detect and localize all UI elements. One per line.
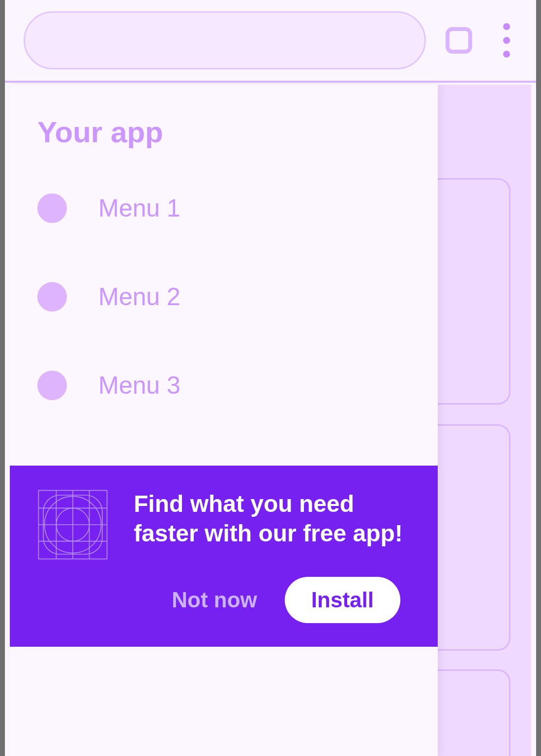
menu-item-1[interactable]: Menu 1 [37, 193, 438, 223]
install-promo-banner: Find what you need faster with our free … [10, 466, 438, 647]
menu-label: Menu 3 [98, 371, 180, 400]
install-button[interactable]: Install [285, 577, 400, 623]
menu-item-3[interactable]: Menu 3 [37, 371, 438, 400]
menu-item-2[interactable]: Menu 2 [37, 282, 438, 312]
promo-text: Find what you need faster with our free … [134, 489, 412, 548]
app-blueprint-icon [37, 489, 108, 560]
menu-bullet-icon [37, 193, 67, 223]
app-title: Your app [10, 85, 438, 149]
menu-bullet-icon [37, 282, 67, 312]
not-now-button[interactable]: Not now [167, 581, 262, 619]
address-bar[interactable] [24, 11, 426, 69]
menu-bullet-icon [37, 371, 67, 400]
menu-label: Menu 2 [98, 283, 180, 311]
nav-drawer: Your app Menu 1 Menu 2 Menu 3 [10, 85, 438, 756]
tabs-icon[interactable] [446, 27, 472, 54]
menu-list: Menu 1 Menu 2 Menu 3 [10, 149, 438, 400]
menu-label: Menu 1 [98, 194, 180, 222]
browser-topbar [5, 0, 536, 83]
kebab-menu-icon[interactable] [492, 21, 521, 60]
